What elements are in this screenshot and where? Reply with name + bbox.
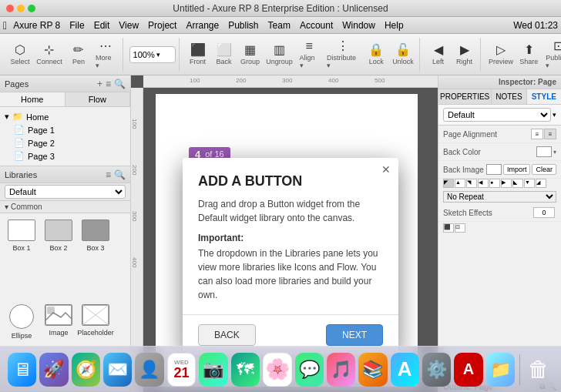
canvas-area[interactable]: 100 200 300 400 500 100 200 300 400 4 <box>131 75 438 392</box>
menu-edit[interactable]: Edit <box>94 20 110 31</box>
left-panel: Pages + ≡ 🔍 Home Flow ▾ 📁 Home 📄 <box>0 75 131 392</box>
dock-calendar[interactable]: WED 21 <box>167 353 197 387</box>
libraries-search-icon[interactable]: 🔍 <box>114 169 126 180</box>
preview-button[interactable]: ▷ Preview <box>487 39 516 70</box>
back-button[interactable]: BACK <box>198 324 256 346</box>
dock-books[interactable]: 📚 <box>358 353 387 387</box>
dock-appstore[interactable]: A <box>391 353 419 387</box>
dock-finder[interactable]: 🖥 <box>8 353 36 387</box>
align-left-btn[interactable]: ≡ <box>531 129 543 139</box>
select-tool-button[interactable]: ⬡ Select <box>8 39 32 70</box>
img-align-mr[interactable]: ▶ <box>501 179 512 188</box>
img-align-mc[interactable]: ● <box>489 179 500 188</box>
img-align-br[interactable]: ◢ <box>536 179 546 188</box>
library-dropdown[interactable]: Default <box>5 185 126 199</box>
minimize-dot[interactable] <box>17 5 25 12</box>
dock-xtrafinder[interactable]: 📁 <box>486 353 515 387</box>
align-center-btn[interactable]: ≡ <box>544 129 556 139</box>
page-item-1[interactable]: 📄 Page 1 <box>0 123 130 136</box>
dock-maps[interactable]: 🗺 <box>231 353 260 387</box>
close-dot[interactable] <box>6 5 14 12</box>
dock-system-prefs[interactable]: ⚙️ <box>422 353 451 387</box>
window-controls[interactable] <box>6 5 35 12</box>
menu-help[interactable]: Help <box>385 20 404 31</box>
pages-search-icon[interactable]: 🔍 <box>114 79 126 89</box>
pen-tool-button[interactable]: ✏ Pen <box>66 39 91 70</box>
pages-add-icon[interactable]: + <box>97 79 102 89</box>
menu-axure[interactable]: Axure RP 8 <box>13 20 60 31</box>
tab-properties[interactable]: PROPERTIES <box>438 89 492 104</box>
dock-contacts[interactable]: 👤 <box>135 353 163 387</box>
back-image-preview <box>486 164 502 175</box>
next-button[interactable]: NEXT <box>326 324 383 346</box>
dock-launchpad[interactable]: 🚀 <box>39 353 68 387</box>
dock-trash[interactable]: 🗑 <box>525 353 553 387</box>
page-list: ▾ 📁 Home 📄 Page 1 📄 Page 2 📄 Page 3 <box>0 107 130 166</box>
img-align-ml[interactable]: ◀ <box>478 179 489 188</box>
folder-expand-icon: ▾ <box>5 112 9 122</box>
publish-button[interactable]: ⊡ Publish ▾ <box>543 39 561 70</box>
page-item-3[interactable]: 📄 Page 3 <box>0 149 130 162</box>
back-button[interactable]: ⬜ Back <box>212 39 237 70</box>
back-color-row: Back Color ▾ <box>438 143 561 161</box>
libraries-menu-icon[interactable]: ≡ <box>106 169 111 180</box>
right-arrow-button[interactable]: ▶ Right <box>452 39 477 70</box>
img-align-tc[interactable]: ▲ <box>455 179 465 188</box>
dock-music[interactable]: 🎵 <box>327 353 355 387</box>
menu-arrange[interactable]: Arrange <box>186 20 219 31</box>
fullscreen-dot[interactable] <box>28 5 35 12</box>
dock-axure[interactable]: A <box>454 353 482 387</box>
img-align-bc[interactable]: ▼ <box>524 179 535 188</box>
clear-button[interactable]: Clear <box>532 164 556 175</box>
widget-box3[interactable]: Box 3 <box>80 219 111 298</box>
style-select[interactable]: Default <box>443 108 551 122</box>
front-button[interactable]: ⬛ Front <box>186 39 210 70</box>
zoom-control[interactable]: 100% ▾ <box>129 46 176 63</box>
more-tool-button[interactable]: ⋯ More ▾ <box>92 39 119 70</box>
menu-view[interactable]: View <box>119 20 139 31</box>
dock-safari[interactable]: 🧭 <box>72 353 100 387</box>
widget-box2[interactable]: Box 2 <box>43 219 74 298</box>
menu-project[interactable]: Project <box>148 20 176 31</box>
menu-account[interactable]: Account <box>300 20 333 31</box>
widget-box1[interactable]: Box 1 <box>6 219 37 298</box>
modal-close-button[interactable]: ✕ <box>381 164 391 175</box>
left-arrow-button[interactable]: ◀ Left <box>426 39 451 70</box>
connect-tool-button[interactable]: ⊹ Connect <box>34 39 65 70</box>
menu-window[interactable]: Window <box>342 20 375 31</box>
import-button[interactable]: Import <box>503 164 531 175</box>
img-align-tl[interactable]: ◤ <box>443 179 454 188</box>
ungroup-button[interactable]: ▥ Ungroup <box>264 39 295 70</box>
back-color-swatch[interactable] <box>536 146 552 157</box>
img-btn2-2[interactable]: ⊡ <box>455 223 465 233</box>
group-button[interactable]: ▦ Group <box>238 39 263 70</box>
tab-notes[interactable]: NOTES <box>492 89 526 104</box>
dock-messages[interactable]: 💬 <box>295 353 324 387</box>
dock-facetime[interactable]: 📷 <box>199 353 227 387</box>
repeat-select[interactable]: No Repeat <box>443 191 556 203</box>
page-item-2[interactable]: 📄 Page 2 <box>0 136 130 149</box>
img-btn2-1[interactable]: ⬛ <box>443 223 454 233</box>
page-alignment-controls: ≡ ≡ <box>531 129 556 139</box>
page-group-home[interactable]: ▾ 📁 Home <box>0 110 130 123</box>
img-align-bl[interactable]: ◣ <box>512 179 523 188</box>
share-button[interactable]: ⬆ Share <box>516 39 541 70</box>
library-selector: Default <box>0 183 130 201</box>
pages-menu-icon[interactable]: ≡ <box>106 79 111 89</box>
menu-team[interactable]: Team <box>268 20 291 31</box>
lock-button[interactable]: 🔒 Lock <box>364 39 388 70</box>
menu-file[interactable]: File <box>69 20 84 31</box>
unlock-button[interactable]: 🔓 Unlock <box>390 39 415 70</box>
dock-photos[interactable]: 🌸 <box>263 353 292 387</box>
dock-mail[interactable]: ✉️ <box>103 353 132 387</box>
tab-style[interactable]: STYLE <box>527 89 561 104</box>
tab-home[interactable]: Home <box>0 92 66 106</box>
menu-publish[interactable]: Publish <box>228 20 258 31</box>
sketch-value-input[interactable] <box>533 207 555 218</box>
tab-flow[interactable]: Flow <box>66 92 131 106</box>
align-button[interactable]: ≡ Align ▾ <box>297 39 322 70</box>
window-title: Untitled - Axure RP 8 Enterprise Edition… <box>173 3 388 14</box>
apple-menu[interactable]:  <box>3 19 7 32</box>
img-align-tr[interactable]: ◥ <box>466 179 477 188</box>
distribute-button[interactable]: ⋮ Distribute ▾ <box>324 39 362 70</box>
